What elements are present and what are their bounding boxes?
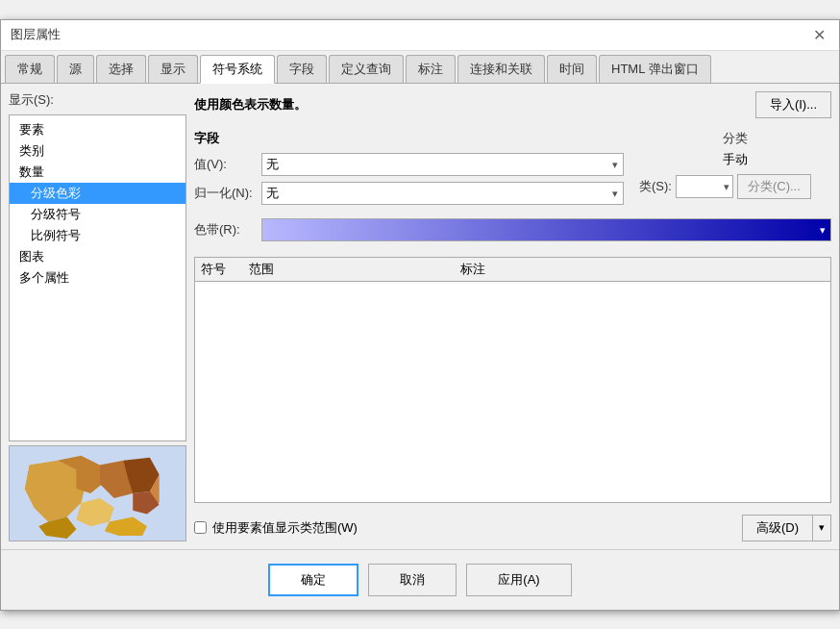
classification-section: 分类 手动 类(S): 分类(C)... [639,130,831,211]
class-label: 类(S): [639,178,672,195]
manual-label: 手动 [639,151,831,168]
show-class-range-checkbox-label[interactable]: 使用要素值显示类范围(W) [194,519,358,537]
col-symbol-header: 符号 [201,261,249,278]
list-item-features[interactable]: 要素 [10,119,185,140]
list-item-proportional-symbol[interactable]: 比例符号 [10,225,185,246]
tab-def-query[interactable]: 定义查询 [329,55,404,83]
class-count-select[interactable] [676,175,733,198]
classify-button[interactable]: 分类(C)... [737,174,811,199]
right-panel: 使用颜色表示数量。 导入(I)... 字段 值(V): 无 归一化(N): [194,91,831,541]
symbol-table-header: 符号 范围 标注 [195,258,830,282]
tab-time[interactable]: 时间 [547,55,597,83]
checkbox-label-text: 使用要素值显示类范围(W) [212,519,358,537]
value-label: 值(V): [194,156,261,173]
right-header: 使用颜色表示数量。 导入(I)... [194,91,831,118]
list-item-multiple-attributes[interactable]: 多个属性 [10,267,185,289]
tab-display[interactable]: 显示 [148,55,198,83]
layer-properties-dialog: 图层属性 ✕ 常规 源 选择 显示 符号系统 字段 定义查询 标注 连接和关联 … [0,19,840,611]
advanced-btn-wrapper: 高级(D) ▾ [742,515,831,541]
value-select[interactable]: 无 [261,153,624,176]
title-bar: 图层属性 ✕ [1,20,839,51]
cancel-button[interactable]: 取消 [368,564,457,596]
color-band-row: 色带(R): [194,218,831,241]
col-label-header: 标注 [460,261,825,278]
tab-source[interactable]: 源 [57,55,94,83]
list-item-categories[interactable]: 类别 [10,140,185,162]
tab-fields[interactable]: 字段 [277,55,327,83]
fields-left: 字段 值(V): 无 归一化(N): 无 [194,130,624,211]
tab-joins[interactable]: 连接和关联 [457,55,545,83]
tab-bar: 常规 源 选择 显示 符号系统 字段 定义查询 标注 连接和关联 时间 HTML… [1,51,839,84]
fields-title: 字段 [194,130,624,147]
normalize-select-wrapper[interactable]: 无 [261,182,624,205]
dialog-title: 图层属性 [11,26,61,43]
show-class-range-checkbox[interactable] [194,521,207,534]
symbol-table: 符号 范围 标注 [194,257,831,503]
tab-general[interactable]: 常规 [5,55,55,83]
left-list: 要素 类别 数量 分级色彩 分级符号 比例符号 图表 多个属性 [9,114,186,441]
tab-selection[interactable]: 选择 [96,55,146,83]
list-item-graduated-color[interactable]: 分级色彩 [10,183,185,204]
content-area: 显示(S): 要素 类别 数量 分级色彩 分级符号 比例符号 图表 多个属性 [1,84,839,549]
advanced-button[interactable]: 高级(D) [742,515,813,541]
class-count-wrapper[interactable] [676,175,733,198]
close-button[interactable]: ✕ [809,26,829,44]
symbol-table-body [195,282,830,416]
ok-button[interactable]: 确定 [268,564,358,596]
apply-button[interactable]: 应用(A) [466,564,571,596]
color-band-display[interactable] [261,218,831,241]
fields-section: 字段 值(V): 无 归一化(N): 无 [194,130,831,211]
color-band-wrapper[interactable] [261,218,831,241]
tab-html-popup[interactable]: HTML 弹出窗口 [599,55,711,83]
map-preview [9,445,186,541]
tab-symbology[interactable]: 符号系统 [200,55,275,84]
bottom-row: 使用要素值显示类范围(W) 高级(D) ▾ [194,515,831,541]
value-field-row: 值(V): 无 [194,153,624,176]
list-item-graduated-symbol[interactable]: 分级符号 [10,204,185,225]
panel-header-text: 使用颜色表示数量。 [194,96,307,113]
classification-title: 分类 [639,130,831,147]
list-item-quantities[interactable]: 数量 [10,162,185,183]
import-button[interactable]: 导入(I)... [755,91,831,118]
dialog-footer: 确定 取消 应用(A) [1,549,839,610]
value-select-wrapper[interactable]: 无 [261,153,624,176]
map-svg [10,446,185,541]
class-row: 类(S): 分类(C)... [639,174,831,199]
normalize-label: 归一化(N): [194,185,261,202]
left-panel: 显示(S): 要素 类别 数量 分级色彩 分级符号 比例符号 图表 多个属性 [9,91,186,541]
display-label: 显示(S): [9,91,186,109]
normalize-select[interactable]: 无 [261,182,624,205]
color-band-label: 色带(R): [194,221,261,239]
normalize-field-row: 归一化(N): 无 [194,182,624,205]
tab-labels[interactable]: 标注 [406,55,456,83]
col-range-header: 范围 [249,261,460,278]
advanced-dropdown-arrow[interactable]: ▾ [813,515,831,541]
list-item-charts[interactable]: 图表 [10,246,185,267]
